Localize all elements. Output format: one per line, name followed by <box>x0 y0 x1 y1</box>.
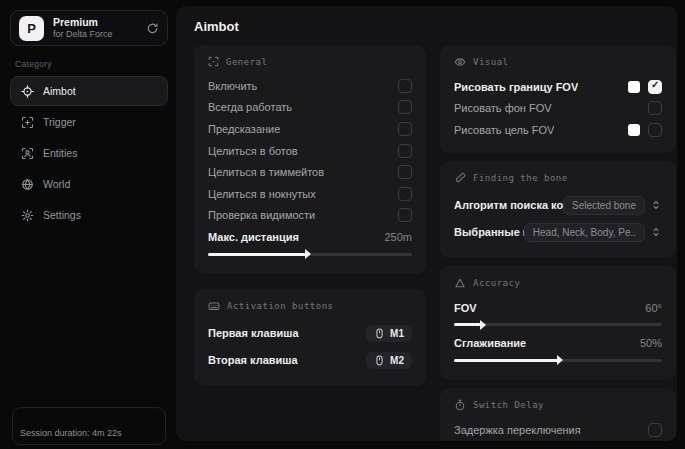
setting-label: Целиться в тиммейтов <box>208 166 324 178</box>
switch-delay-checkbox[interactable] <box>648 423 662 437</box>
setting-label: Целиться в ботов <box>208 145 298 157</box>
keybind-value: M2 <box>390 355 404 366</box>
dropdown-row: Алгоритм поиска кост Selected bone <box>454 192 662 219</box>
left-column: General Включить Всегда работать Предска… <box>194 45 426 441</box>
sidebar-item-entities[interactable]: Entities <box>10 138 168 168</box>
panel-finding-bone: Finding the bone Алгоритм поиска кост Se… <box>440 161 676 258</box>
panel-visual: Visual Рисовать границу FOV Рисовать фон… <box>440 45 676 153</box>
bone-algorithm-dropdown[interactable]: Selected bone <box>563 196 645 215</box>
setting-row: Рисовать цель FOV <box>454 119 662 141</box>
setting-row: Предсказание <box>208 118 412 140</box>
setting-label: Всегда работать <box>208 101 292 113</box>
bone-icon <box>454 172 466 184</box>
right-column: Visual Рисовать границу FOV Рисовать фон… <box>440 45 676 441</box>
panel-columns: General Включить Всегда работать Предска… <box>194 45 665 441</box>
enable-checkbox[interactable] <box>398 79 412 93</box>
keybind-value: M1 <box>390 328 404 339</box>
visibility-check-checkbox[interactable] <box>398 208 412 222</box>
app-window: P Premium for Delta Force Category Aimbo… <box>0 0 685 449</box>
selected-bones-dropdown[interactable]: Head, Neck, Body, Pe.. <box>524 223 645 242</box>
keybind-row: Вторая клавиша M2 <box>208 347 412 374</box>
keyboard-icon <box>208 300 220 312</box>
sidebar: P Premium for Delta Force Category Aimbo… <box>0 0 176 449</box>
setting-label: Рисовать цель FOV <box>454 124 554 136</box>
trigger-scope-icon <box>21 116 34 129</box>
panel-header-label: General <box>226 57 267 67</box>
second-key-button[interactable]: M2 <box>366 352 412 369</box>
unfold-icon[interactable] <box>650 226 662 238</box>
keybind-row: Первая клавиша M1 <box>208 320 412 347</box>
mouse-icon <box>374 328 385 339</box>
product-header-text: Premium for Delta Force <box>53 16 137 40</box>
setting-row: Задержка переключения <box>454 419 662 441</box>
slider-value: 60° <box>645 302 662 314</box>
sidebar-item-world[interactable]: World <box>10 169 168 199</box>
prediction-checkbox[interactable] <box>398 122 412 136</box>
gear-icon <box>21 209 34 222</box>
slider-label-row: Макс. дистанция 250m <box>208 226 412 248</box>
product-header: P Premium for Delta Force <box>10 10 168 46</box>
setting-row: Рисовать границу FOV <box>454 76 662 98</box>
fov-slider[interactable] <box>454 323 662 326</box>
max-distance-slider[interactable] <box>208 253 412 256</box>
mouse-icon <box>374 355 385 366</box>
fov-border-color-swatch[interactable] <box>628 81 640 93</box>
panel-bone-header: Finding the bone <box>454 172 662 184</box>
dropdown-row: Выбранные кос Head, Neck, Body, Pe.. <box>454 219 662 246</box>
panel-visual-header: Visual <box>454 56 662 68</box>
session-duration-box: Session duration: 4m 22s <box>12 407 166 445</box>
smoothing-slider[interactable] <box>454 359 662 362</box>
setting-label: Включить <box>208 80 257 92</box>
panel-switch-delay: Switch Delay Задержка переключения Задер… <box>440 388 676 441</box>
keybind-label: Вторая клавиша <box>208 354 298 366</box>
sidebar-item-label: World <box>43 178 70 190</box>
setting-row: Всегда работать <box>208 97 412 119</box>
setting-row: Целиться в нокнутых <box>208 183 412 205</box>
setting-label: Рисовать границу FOV <box>454 81 578 93</box>
setting-controls <box>628 123 662 137</box>
target-bots-checkbox[interactable] <box>398 144 412 158</box>
slider-value: 250m <box>384 231 412 243</box>
panel-accuracy-header: Accuracy <box>454 277 662 289</box>
slider-fill <box>208 253 306 256</box>
fov-target-color-swatch[interactable] <box>628 124 640 136</box>
slider-label: Сглаживание <box>454 337 526 349</box>
sidebar-item-trigger[interactable]: Trigger <box>10 107 168 137</box>
always-work-checkbox[interactable] <box>398 100 412 114</box>
sidebar-item-label: Aimbot <box>43 85 76 97</box>
draw-fov-border-checkbox[interactable] <box>648 80 662 94</box>
setting-controls <box>628 80 662 94</box>
keybind-label: Первая клавиша <box>208 327 299 339</box>
page-title: Aimbot <box>194 19 665 34</box>
target-knocked-checkbox[interactable] <box>398 187 412 201</box>
panel-activation-header: Activation buttons <box>208 300 412 312</box>
crosshair-icon <box>21 85 34 98</box>
panel-switch-header: Switch Delay <box>454 399 662 411</box>
setting-label: Предсказание <box>208 123 280 135</box>
slider-fill <box>454 323 481 326</box>
person-scan-icon <box>21 147 34 160</box>
unfold-icon[interactable] <box>650 199 662 211</box>
setting-row: Рисовать фон FOV <box>454 98 662 120</box>
first-key-button[interactable]: M1 <box>366 325 412 342</box>
refresh-icon[interactable] <box>146 22 159 35</box>
slider-label: Макс. дистанция <box>208 231 299 243</box>
panel-general-header: General <box>208 56 412 67</box>
setting-row: Проверка видимости <box>208 205 412 227</box>
session-duration-text: Session duration: 4m 22s <box>20 428 122 438</box>
sidebar-item-settings[interactable]: Settings <box>10 200 168 230</box>
panel-accuracy: Accuracy FOV 60° Сглаживание 50% <box>440 266 676 380</box>
setting-label: Целиться в нокнутых <box>208 188 316 200</box>
slider-label: FOV <box>454 302 477 314</box>
draw-fov-target-checkbox[interactable] <box>648 123 662 137</box>
panel-activation-buttons: Activation buttons Первая клавиша M1 <box>194 289 426 386</box>
sidebar-item-aimbot[interactable]: Aimbot <box>10 76 168 106</box>
target-teammates-checkbox[interactable] <box>398 165 412 179</box>
main-content: Aimbot General Включит <box>176 6 677 441</box>
panel-general: General Включить Всегда работать Предска… <box>194 45 426 274</box>
panel-header-label: Accuracy <box>473 278 520 288</box>
setting-label: Задержка переключения <box>454 424 581 436</box>
stopwatch-icon <box>454 399 466 411</box>
panel-header-label: Activation buttons <box>227 301 334 311</box>
draw-fov-background-checkbox[interactable] <box>648 101 662 115</box>
